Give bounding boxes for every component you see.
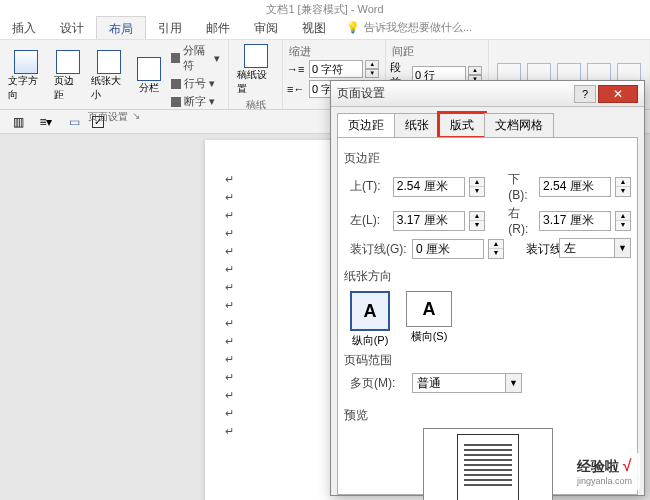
margins-label: 页边距	[54, 74, 81, 102]
indent-left-input[interactable]	[309, 60, 363, 78]
margins-section: 页边距	[344, 150, 631, 167]
right-spinner[interactable]: ▲▼	[615, 211, 631, 231]
tab-view[interactable]: 视图	[290, 16, 338, 39]
right-label: 右(R):	[502, 205, 535, 236]
line-numbers-button[interactable]: 行号 ▾	[167, 75, 224, 92]
indent-right-icon: ≡←	[287, 83, 307, 95]
tab-design[interactable]: 设计	[48, 16, 96, 39]
preview-box	[423, 428, 553, 500]
indent-left-down[interactable]: ▼	[365, 69, 379, 78]
text-direction-button[interactable]: 文字方向	[4, 48, 48, 104]
dialog-body: 页边距 上(T): ▲▼ 下(B): ▲▼ 左(L): ▲▼ 右(R): ▲▼ …	[337, 137, 638, 495]
margins-icon	[56, 50, 80, 74]
size-icon	[97, 50, 121, 74]
margins-button[interactable]: 页边距	[50, 48, 85, 104]
hyphenation-button[interactable]: 断字 ▾	[167, 93, 224, 110]
orient-portrait[interactable]: A 纵向(P)	[350, 291, 390, 348]
manuscript-label: 稿纸设置	[237, 68, 274, 96]
orient-section: 纸张方向	[344, 268, 631, 285]
columns-button[interactable]: 分栏	[133, 55, 165, 97]
breaks-button[interactable]: 分隔符 ▾	[167, 42, 224, 74]
indent-left-up[interactable]: ▲	[365, 60, 379, 69]
text-direction-label: 文字方向	[8, 74, 44, 102]
bottom-label: 下(B):	[502, 171, 535, 202]
orient-landscape[interactable]: A 横向(S)	[406, 291, 452, 348]
portrait-icon: A	[350, 291, 390, 331]
nav-icon[interactable]: ▥	[8, 113, 28, 131]
tab-references[interactable]: 引用	[146, 16, 194, 39]
dialog-close-button[interactable]: ✕	[598, 85, 638, 103]
bulb-icon: 💡	[346, 21, 360, 34]
group-page-setup: 文字方向 页边距 纸张大小 分栏 分隔符 ▾ 行号 ▾ 断字 ▾ 页面设置↘	[0, 40, 229, 109]
tab-insert[interactable]: 插入	[0, 16, 48, 39]
tell-me-label: 告诉我您想要做什么...	[364, 20, 472, 35]
tell-me-search[interactable]: 💡 告诉我您想要做什么...	[346, 16, 472, 39]
multi-combo[interactable]: 普通 ▼	[412, 373, 522, 393]
check-icon: √	[623, 457, 632, 474]
columns-label: 分栏	[139, 81, 159, 95]
portrait-label: 纵向(P)	[352, 333, 389, 348]
dialog-title: 页面设置	[337, 85, 574, 102]
multi-value: 普通	[413, 375, 505, 392]
gutter-pos-combo[interactable]: 左 ▼	[559, 238, 631, 258]
tab-mailings[interactable]: 邮件	[194, 16, 242, 39]
page-setup-launcher[interactable]: ↘	[132, 110, 140, 124]
landscape-icon: A	[406, 291, 452, 327]
dialog-titlebar[interactable]: 页面设置 ? ✕	[331, 81, 644, 107]
page-setup-dialog: 页面设置 ? ✕ 页边距 纸张 版式 文档网格 页边距 上(T): ▲▼ 下(B…	[330, 80, 645, 496]
hyphen-label: 断字	[184, 94, 206, 109]
manuscript-button[interactable]: 稿纸设置	[233, 42, 278, 98]
left-input[interactable]	[393, 211, 465, 231]
breaks-label: 分隔符	[183, 43, 211, 73]
dialog-help-button[interactable]: ?	[574, 85, 596, 103]
tab-layout[interactable]: 布局	[96, 16, 146, 39]
indent-left-icon: →≡	[287, 63, 307, 75]
indent-header: 缩进	[287, 42, 381, 59]
dialog-tabs: 页边距 纸张 版式 文档网格	[331, 107, 644, 137]
list-icon[interactable]: ≡▾	[36, 113, 56, 131]
gutter-pos-value: 左	[560, 240, 614, 257]
right-input[interactable]	[539, 211, 611, 231]
group-paper: 稿纸设置 稿纸	[229, 40, 283, 109]
dlg-tab-margins[interactable]: 页边距	[337, 113, 395, 137]
space-before-up[interactable]: ▲	[468, 66, 482, 75]
hyphen-icon	[171, 97, 181, 107]
chevron-down-icon[interactable]: ▼	[614, 239, 630, 257]
dlg-tab-layout[interactable]: 版式	[439, 113, 485, 137]
preview-section: 预览	[344, 407, 631, 424]
bottom-input[interactable]	[539, 177, 611, 197]
size-button[interactable]: 纸张大小	[87, 48, 131, 104]
gutter-spinner[interactable]: ▲▼	[488, 239, 504, 259]
gutter-label: 装订线(G):	[344, 241, 408, 258]
size-label: 纸张大小	[91, 74, 127, 102]
ribbon-tabs: 插入 设计 布局 引用 邮件 审阅 视图 💡 告诉我您想要做什么...	[0, 16, 650, 40]
top-input[interactable]	[393, 177, 465, 197]
checkbox[interactable]: ✓	[92, 116, 104, 128]
line-no-label: 行号	[184, 76, 206, 91]
top-label: 上(T):	[344, 178, 389, 195]
gutter-input[interactable]	[412, 239, 484, 259]
watermark-url: jingyanla.com	[577, 476, 632, 486]
tab-review[interactable]: 审阅	[242, 16, 290, 39]
multi-label: 多页(M):	[344, 375, 408, 392]
left-spinner[interactable]: ▲▼	[469, 211, 485, 231]
watermark: 经验啦 √ jingyanla.com	[569, 453, 640, 490]
watermark-brand: 经验啦	[577, 458, 619, 474]
line-no-icon	[171, 79, 181, 89]
show-icon[interactable]: ▭	[64, 113, 84, 131]
pages-section: 页码范围	[344, 352, 631, 369]
preview-page	[457, 434, 519, 500]
text-direction-icon	[14, 50, 38, 74]
paper-group-label: 稿纸	[246, 98, 266, 112]
window-title: 文档1 [兼容模式] - Word	[0, 0, 650, 16]
dlg-tab-grid[interactable]: 文档网格	[484, 113, 554, 137]
dlg-tab-paper[interactable]: 纸张	[394, 113, 440, 137]
spacing-header: 间距	[390, 42, 484, 59]
manuscript-icon	[244, 44, 268, 68]
landscape-label: 横向(S)	[411, 329, 448, 344]
left-label: 左(L):	[344, 212, 389, 229]
columns-icon	[137, 57, 161, 81]
top-spinner[interactable]: ▲▼	[469, 177, 485, 197]
chevron-down-icon[interactable]: ▼	[505, 374, 521, 392]
bottom-spinner[interactable]: ▲▼	[615, 177, 631, 197]
